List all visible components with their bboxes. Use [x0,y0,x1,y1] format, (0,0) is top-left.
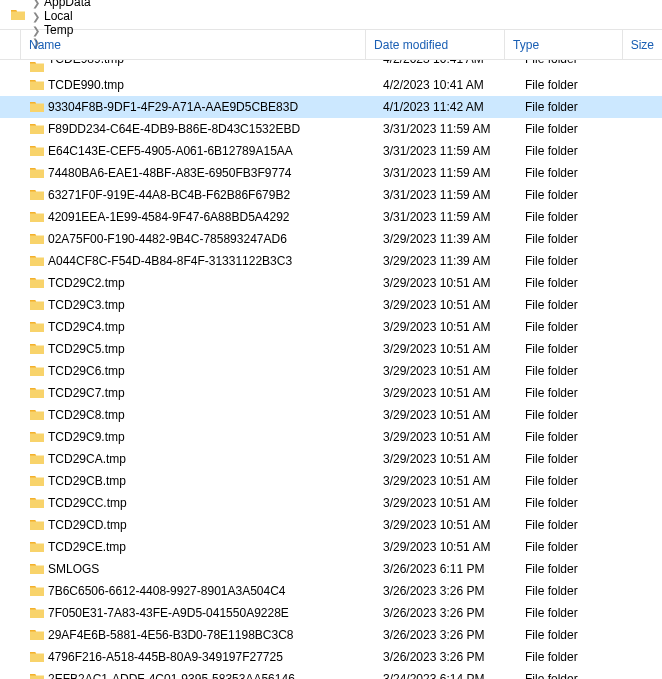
file-name: TCD29C2.tmp [46,276,375,290]
file-type: File folder [517,60,637,66]
file-type: File folder [517,540,637,554]
file-type: File folder [517,606,637,620]
file-row[interactable]: TCD29C4.tmp3/29/2023 10:51 AMFile folder [0,316,662,338]
folder-icon [28,627,46,643]
file-date: 3/26/2023 3:26 PM [375,628,517,642]
file-name: 7B6C6506-6612-4408-9927-8901A3A504C4 [46,584,375,598]
file-name: TCDE989.tmp [46,60,375,66]
file-row[interactable]: TCD29C2.tmp3/29/2023 10:51 AMFile folder [0,272,662,294]
header-name[interactable]: Name [21,30,366,59]
file-row[interactable]: 74480BA6-EAE1-48BF-A83E-6950FB3F97743/31… [0,162,662,184]
file-type: File folder [517,562,637,576]
folder-icon [28,319,46,335]
folder-icon [28,583,46,599]
file-row[interactable]: TCD29CE.tmp3/29/2023 10:51 AMFile folder [0,536,662,558]
file-row[interactable]: TCD29CC.tmp3/29/2023 10:51 AMFile folder [0,492,662,514]
file-row[interactable]: TCD29CA.tmp3/29/2023 10:51 AMFile folder [0,448,662,470]
file-row[interactable]: F89DD234-C64E-4DB9-B86E-8D43C1532EBD3/31… [0,118,662,140]
file-name: TCD29C4.tmp [46,320,375,334]
file-date: 4/2/2023 10:41 AM [375,78,517,92]
folder-icon [28,231,46,247]
file-row[interactable]: SMLOGS3/26/2023 6:11 PMFile folder [0,558,662,580]
file-type: File folder [517,78,637,92]
folder-icon [28,385,46,401]
file-row[interactable]: 4796F216-A518-445B-80A9-349197F277253/26… [0,646,662,668]
breadcrumb-label: Local [44,9,73,23]
folder-icon [28,209,46,225]
file-name: 29AF4E6B-5881-4E56-B3D0-78E1198BC3C8 [46,628,375,642]
file-name: TCD29CE.tmp [46,540,375,554]
file-name: TCDE990.tmp [46,78,375,92]
chevron-right-icon: ❯ [32,0,40,8]
file-row[interactable]: 02A75F00-F190-4482-9B4C-785893247AD63/29… [0,228,662,250]
file-type: File folder [517,496,637,510]
file-row[interactable]: 7B6C6506-6612-4408-9927-8901A3A504C43/26… [0,580,662,602]
file-date: 3/26/2023 6:11 PM [375,562,517,576]
header-type[interactable]: Type [505,30,623,59]
file-date: 3/31/2023 11:59 AM [375,188,517,202]
file-name: TCD29CC.tmp [46,496,375,510]
file-date: 4/1/2023 11:42 AM [375,100,517,114]
file-name: TCD29C9.tmp [46,430,375,444]
column-headers[interactable]: Name Date modified Type Size [0,30,662,60]
folder-icon [28,165,46,181]
file-name: TCD29C3.tmp [46,298,375,312]
file-type: File folder [517,254,637,268]
file-row[interactable]: TCD29C5.tmp3/29/2023 10:51 AMFile folder [0,338,662,360]
file-row[interactable]: TCD29C7.tmp3/29/2023 10:51 AMFile folder [0,382,662,404]
file-date: 3/29/2023 10:51 AM [375,518,517,532]
file-list[interactable]: TCDE989.tmp4/2/2023 10:41 AMFile folderT… [0,60,662,679]
file-row[interactable]: TCDE989.tmp4/2/2023 10:41 AMFile folder [0,60,662,74]
file-type: File folder [517,386,637,400]
file-name: 02A75F00-F190-4482-9B4C-785893247AD6 [46,232,375,246]
file-date: 3/29/2023 10:51 AM [375,452,517,466]
breadcrumb-segment[interactable]: ❯AppData [26,0,150,9]
file-name: TCD29C5.tmp [46,342,375,356]
file-date: 3/29/2023 11:39 AM [375,254,517,268]
file-row[interactable]: 93304F8B-9DF1-4F29-A71A-AAE9D5CBE83D4/1/… [0,96,662,118]
file-date: 3/29/2023 10:51 AM [375,298,517,312]
file-row[interactable]: 2EFB2AC1-ADDF-4C01-9395-58353AA561463/24… [0,668,662,679]
file-row[interactable]: A044CF8C-F54D-4B84-8F4F-31331122B3C33/29… [0,250,662,272]
folder-icon [28,407,46,423]
header-date-modified[interactable]: Date modified [366,30,505,59]
file-type: File folder [517,650,637,664]
file-name: TCD29C7.tmp [46,386,375,400]
file-row[interactable]: TCD29C9.tmp3/29/2023 10:51 AMFile folder [0,426,662,448]
file-row[interactable]: 42091EEA-1E99-4584-9F47-6A88BD5A42923/31… [0,206,662,228]
file-name: 93304F8B-9DF1-4F29-A71A-AAE9D5CBE83D [46,100,375,114]
file-name: E64C143E-CEF5-4905-A061-6B12789A15AA [46,144,375,158]
folder-icon [28,187,46,203]
folder-icon [28,275,46,291]
file-row[interactable]: E64C143E-CEF5-4905-A061-6B12789A15AA3/31… [0,140,662,162]
folder-icon [28,451,46,467]
file-date: 3/29/2023 10:51 AM [375,364,517,378]
folder-icon [10,7,26,23]
file-row[interactable]: TCD29C6.tmp3/29/2023 10:51 AMFile folder [0,360,662,382]
file-date: 3/29/2023 10:51 AM [375,430,517,444]
file-type: File folder [517,122,637,136]
chevron-right-icon: ❯ [32,11,40,22]
file-name: SMLOGS [46,562,375,576]
file-row[interactable]: TCDE990.tmp4/2/2023 10:41 AMFile folder [0,74,662,96]
file-row[interactable]: 7F050E31-7A83-43FE-A9D5-041550A9228E3/26… [0,602,662,624]
folder-icon [28,473,46,489]
file-name: TCD29CA.tmp [46,452,375,466]
file-name: TCD29C8.tmp [46,408,375,422]
file-row[interactable]: 63271F0F-919E-44A8-BC4B-F62B86F679B23/31… [0,184,662,206]
file-date: 3/24/2023 6:14 PM [375,672,517,679]
file-name: TCD29C6.tmp [46,364,375,378]
file-row[interactable]: TCD29CB.tmp3/29/2023 10:51 AMFile folder [0,470,662,492]
breadcrumb-segment[interactable]: ❯Local [26,9,150,23]
file-name: 74480BA6-EAE1-48BF-A83E-6950FB3F9774 [46,166,375,180]
address-bar[interactable]: ❯Ramesh Srinivasan❯AppData❯Local❯Temp❯ [0,0,662,30]
file-row[interactable]: TCD29CD.tmp3/29/2023 10:51 AMFile folder [0,514,662,536]
file-row[interactable]: TCD29C3.tmp3/29/2023 10:51 AMFile folder [0,294,662,316]
file-date: 3/31/2023 11:59 AM [375,144,517,158]
file-row[interactable]: TCD29C8.tmp3/29/2023 10:51 AMFile folder [0,404,662,426]
header-size[interactable]: Size [623,30,662,59]
file-date: 3/29/2023 10:51 AM [375,320,517,334]
folder-icon [28,561,46,577]
file-type: File folder [517,144,637,158]
file-row[interactable]: 29AF4E6B-5881-4E56-B3D0-78E1198BC3C83/26… [0,624,662,646]
